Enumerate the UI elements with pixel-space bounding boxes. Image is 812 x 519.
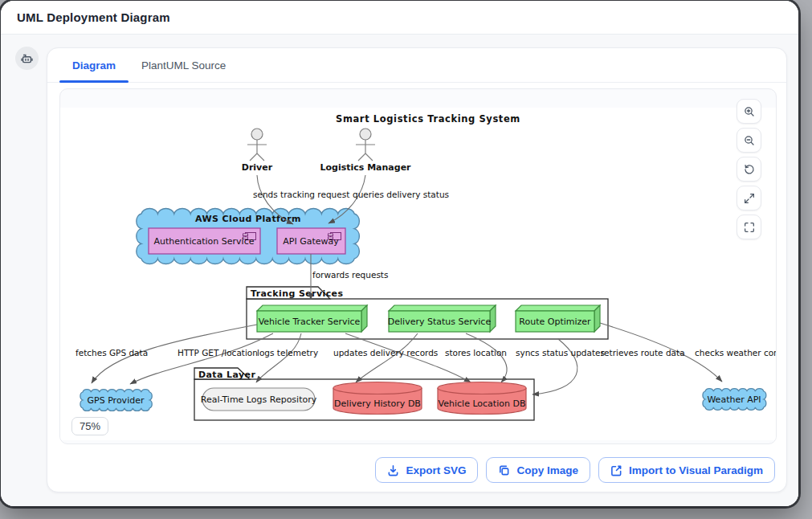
edge-label-sends: sends tracking request — [253, 190, 349, 199]
auth-service-component: Authentication Service — [149, 228, 260, 254]
robot-icon — [20, 51, 34, 65]
download-icon — [387, 464, 399, 476]
database-vehicle-location: Vehicle Location DB — [438, 382, 526, 415]
svg-text:Delivery History DB: Delivery History DB — [334, 398, 421, 409]
fullscreen-button[interactable] — [737, 215, 761, 239]
export-svg-button[interactable]: Export SVG — [375, 457, 478, 483]
content-area: Diagram PlantUML Source Smart Logistics … — [1, 35, 798, 506]
copy-image-button[interactable]: Copy Image — [486, 457, 590, 483]
actor-logistics-manager-label: Logistics Manager — [320, 162, 411, 173]
edge-label-forwards: forwards requests — [312, 270, 388, 280]
api-gateway-component: API Gateway — [277, 228, 345, 254]
edge-label-updates: updates delivery records — [333, 348, 438, 358]
assistant-button[interactable] — [15, 47, 39, 70]
gps-provider-label: GPS Provider — [88, 395, 145, 406]
import-visual-paradigm-label: Import to Visual Paradigm — [629, 464, 763, 476]
edge-label-stores: stores location — [445, 348, 507, 358]
node-route-optimizer: Route Optimizer — [516, 305, 600, 332]
app-header: UML Deployment Diagram — [1, 1, 798, 35]
zoom-out-button[interactable] — [737, 128, 761, 153]
aws-cloud-label: AWS Cloud Platform — [195, 214, 301, 224]
edge-label-logs: logs telemetry — [257, 348, 318, 358]
actor-logistics-manager — [356, 129, 375, 161]
edge-label-checks: checks weather con — [695, 348, 776, 358]
edge-label-httpget: HTTP GET /location — [177, 348, 258, 358]
external-link-icon — [610, 464, 622, 476]
zoom-in-icon — [743, 105, 756, 118]
edge-label-syncs: syncs status updates — [516, 348, 605, 358]
uml-deployment-diagram: Smart Logistics Tracking System Driver L… — [60, 108, 776, 440]
tab-diagram[interactable]: Diagram — [59, 48, 129, 82]
svg-text:Authentication Service: Authentication Service — [154, 236, 255, 247]
diagram-stage: Smart Logistics Tracking System Driver L… — [60, 108, 776, 440]
diagram-title: Smart Logistics Tracking System — [336, 113, 520, 125]
zoom-controls — [737, 99, 761, 239]
database-delivery-history: Delivery History DB — [333, 382, 422, 415]
svg-text:Delivery Status Service: Delivery Status Service — [388, 317, 492, 327]
edge-logs-repo — [256, 333, 301, 382]
viewer-card: Diagram PlantUML Source Smart Logistics … — [47, 47, 787, 492]
svg-text:Real-Time Logs Repository: Real-Time Logs Repository — [201, 394, 317, 405]
svg-text:API Gateway: API Gateway — [283, 236, 339, 247]
copy-icon — [498, 464, 510, 476]
export-svg-label: Export SVG — [406, 464, 466, 476]
zoom-level-badge: 75% — [71, 417, 108, 435]
reset-view-icon — [743, 163, 756, 176]
weather-api-label: Weather API — [707, 394, 761, 405]
edges — [92, 175, 722, 394]
svg-text:Route Optimizer: Route Optimizer — [519, 317, 591, 327]
app-window: UML Deployment Diagram Diagram PlantUML … — [1, 1, 798, 506]
storage-realtime-logs: Real-Time Logs Repository — [201, 388, 317, 411]
node-delivery-status: Delivery Status Service — [388, 305, 496, 332]
svg-text:Vehicle Location DB: Vehicle Location DB — [439, 398, 526, 409]
svg-text:Vehicle Tracker Service: Vehicle Tracker Service — [259, 317, 361, 327]
expand-button[interactable] — [737, 186, 761, 210]
expand-icon — [743, 192, 756, 205]
edge-label-queries: queries delivery status — [353, 190, 449, 199]
actor-driver-label: Driver — [242, 162, 273, 173]
zoom-in-button[interactable] — [737, 99, 761, 124]
zoom-out-icon — [743, 134, 756, 147]
edge-stores-vldb — [345, 333, 471, 382]
action-bar: Export SVG Copy Image Import to Visual P… — [375, 457, 775, 483]
edge-syncs-vldb — [466, 333, 507, 382]
actor-driver — [247, 129, 267, 161]
edge-label-fetches: fetches GPS data — [75, 348, 148, 358]
tab-bar: Diagram PlantUML Source — [47, 48, 786, 83]
data-layer-label: Data Layer — [198, 370, 255, 380]
edge-label-retrieves: retrieves route data — [601, 348, 685, 358]
node-vehicle-tracker: Vehicle Tracker Service — [257, 305, 367, 332]
tracking-services-label: Tracking Services — [251, 288, 343, 299]
fullscreen-icon — [743, 221, 756, 234]
tab-plantuml-source[interactable]: PlantUML Source — [129, 48, 239, 82]
reset-view-button[interactable] — [737, 157, 761, 182]
page-title: UML Deployment Diagram — [17, 10, 170, 24]
import-visual-paradigm-button[interactable]: Import to Visual Paradigm — [598, 457, 775, 483]
diagram-canvas[interactable]: Smart Logistics Tracking System Driver L… — [59, 88, 777, 444]
copy-image-label: Copy Image — [516, 464, 578, 476]
